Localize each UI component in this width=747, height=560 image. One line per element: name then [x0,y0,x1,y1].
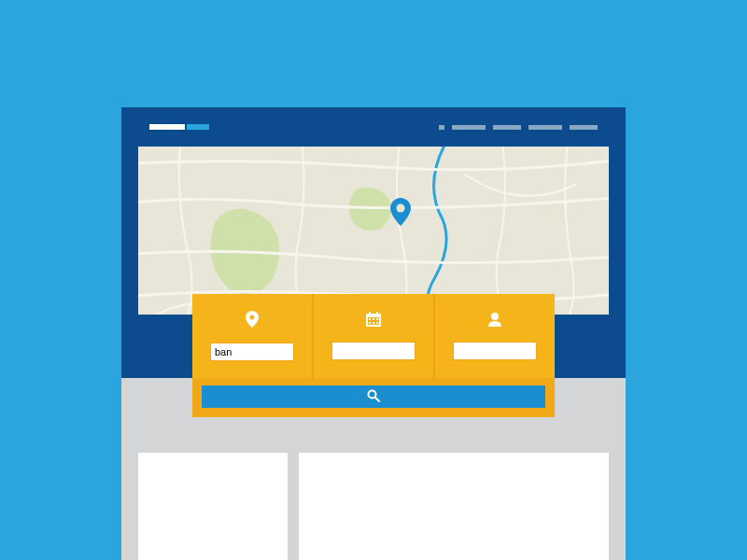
svg-point-0 [397,204,405,213]
location-pin-icon [246,311,259,331]
svg-rect-6 [369,322,371,324]
svg-rect-8 [376,322,378,324]
nav-item-5[interactable] [570,125,598,130]
search-panel [192,294,555,417]
search-icon [367,389,380,405]
svg-rect-9 [369,312,371,315]
map-pin-icon[interactable] [390,198,411,230]
app-window [121,107,626,560]
search-col-location [192,294,314,378]
svg-rect-7 [373,322,374,324]
svg-rect-3 [369,318,371,320]
svg-rect-10 [376,312,378,315]
search-button-row [192,378,555,417]
svg-rect-4 [373,318,374,320]
nav-menu [439,125,598,130]
svg-rect-5 [376,318,378,320]
nav-item-4[interactable] [529,125,562,130]
person-icon [487,312,502,330]
guests-input[interactable] [453,342,537,360]
date-input[interactable] [331,342,416,360]
nav-item-2[interactable] [452,125,486,130]
logo[interactable] [149,124,209,130]
svg-point-11 [491,313,499,320]
search-col-guests [435,294,555,378]
header-bar [121,107,626,147]
hero-section [121,147,626,378]
search-col-date [314,294,435,378]
result-card-large[interactable] [299,453,609,560]
logo-part-1 [149,124,185,130]
nav-item-1[interactable] [439,125,444,130]
logo-part-2 [187,124,209,130]
location-input[interactable] [210,343,294,361]
calendar-icon [366,312,381,330]
map[interactable] [138,147,609,315]
search-panel-fields [192,294,555,378]
nav-item-3[interactable] [493,125,521,130]
svg-line-13 [375,398,379,401]
search-button[interactable] [202,385,545,408]
result-card-small[interactable] [138,453,288,560]
